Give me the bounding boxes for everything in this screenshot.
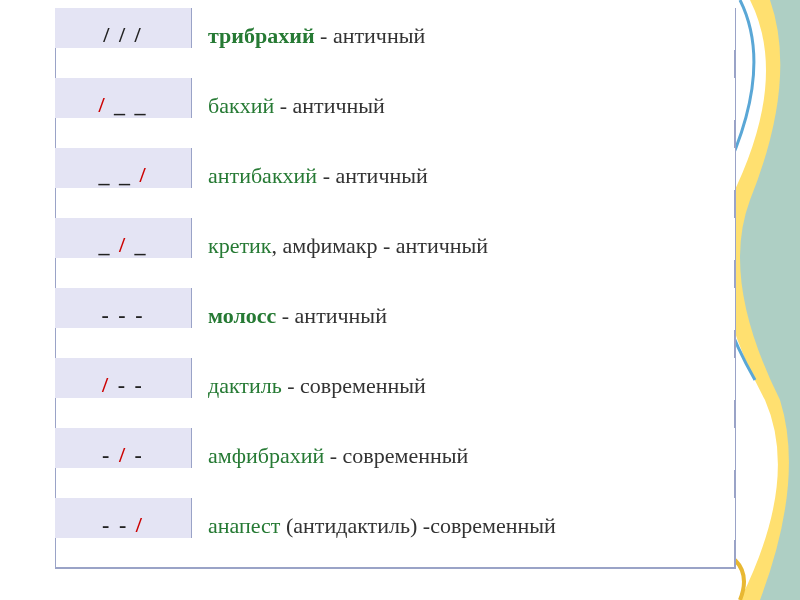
stress-mark: / bbox=[139, 162, 147, 187]
meter-name: антибакхий bbox=[208, 163, 317, 188]
description-cell: дактиль - современный bbox=[192, 358, 735, 400]
table-row: / _ _бакхий - античный bbox=[55, 78, 735, 148]
meter-name: амфибрахий bbox=[208, 443, 324, 468]
pattern-mark: - - bbox=[102, 512, 136, 537]
pattern-mark: - - - bbox=[102, 302, 145, 327]
meter-category: - античный bbox=[274, 93, 385, 118]
meter-name: кретик bbox=[208, 233, 272, 258]
description-cell: молосс - античный bbox=[192, 288, 735, 330]
meter-category: - античный bbox=[315, 23, 426, 48]
pattern-cell: / _ _ bbox=[55, 78, 192, 118]
stress-mark: / bbox=[136, 512, 144, 537]
table-row: - - /анапест (антидактиль) -современный bbox=[55, 498, 735, 568]
meter-category: - современный bbox=[324, 443, 468, 468]
meter-name: бакхий bbox=[208, 93, 274, 118]
meter-category: - античный bbox=[377, 233, 488, 258]
meter-extra: (антидактиль) bbox=[280, 513, 417, 538]
table-row: / / /трибрахий - античный bbox=[55, 8, 735, 78]
stress-mark: / bbox=[119, 232, 127, 257]
pattern-cell: _ _ / bbox=[55, 148, 192, 188]
pattern-mark: - bbox=[102, 442, 119, 467]
pattern-cell: - - / bbox=[55, 498, 192, 538]
meter-extra: , амфимакр bbox=[272, 233, 378, 258]
description-cell: амфибрахий - современный bbox=[192, 428, 735, 470]
meter-category: -современный bbox=[417, 513, 556, 538]
meter-category: - античный bbox=[317, 163, 428, 188]
pattern-mark: _ bbox=[98, 232, 119, 257]
table-row: _ _ /антибакхий - античный bbox=[55, 148, 735, 218]
meter-name: дактиль bbox=[208, 373, 282, 398]
meter-category: - современный bbox=[282, 373, 426, 398]
stress-mark: / bbox=[119, 442, 127, 467]
description-cell: кретик, амфимакр - античный bbox=[192, 218, 735, 260]
pattern-mark: / / / bbox=[103, 22, 142, 47]
meter-name: трибрахий bbox=[208, 23, 315, 48]
stress-mark: / bbox=[98, 92, 106, 117]
table-row: - / -амфибрахий - современный bbox=[55, 428, 735, 498]
pattern-mark: _ _ bbox=[107, 92, 148, 117]
pattern-mark: _ bbox=[127, 232, 148, 257]
description-cell: анапест (антидактиль) -современный bbox=[192, 498, 735, 540]
pattern-cell: - / - bbox=[55, 428, 192, 468]
pattern-mark: - bbox=[127, 442, 144, 467]
table-row: / - -дактиль - современный bbox=[55, 358, 735, 428]
pattern-mark: _ _ bbox=[98, 162, 139, 187]
meter-name: анапест bbox=[208, 513, 280, 538]
meter-category: - античный bbox=[276, 303, 387, 328]
pattern-cell: / / / bbox=[55, 8, 192, 48]
pattern-mark: - - bbox=[110, 372, 144, 397]
pattern-cell: _ / _ bbox=[55, 218, 192, 258]
pattern-cell: - - - bbox=[55, 288, 192, 328]
table-row: _ / _кретик, амфимакр - античный bbox=[55, 218, 735, 288]
description-cell: бакхий - античный bbox=[192, 78, 735, 120]
description-cell: трибрахий - античный bbox=[192, 8, 735, 50]
meter-table: / / /трибрахий - античный/ _ _бакхий - а… bbox=[55, 8, 736, 569]
meter-name: молосс bbox=[208, 303, 276, 328]
table-row: - - -молосс - античный bbox=[55, 288, 735, 358]
slide: / / /трибрахий - античный/ _ _бакхий - а… bbox=[0, 0, 800, 600]
description-cell: антибакхий - античный bbox=[192, 148, 735, 190]
pattern-cell: / - - bbox=[55, 358, 192, 398]
